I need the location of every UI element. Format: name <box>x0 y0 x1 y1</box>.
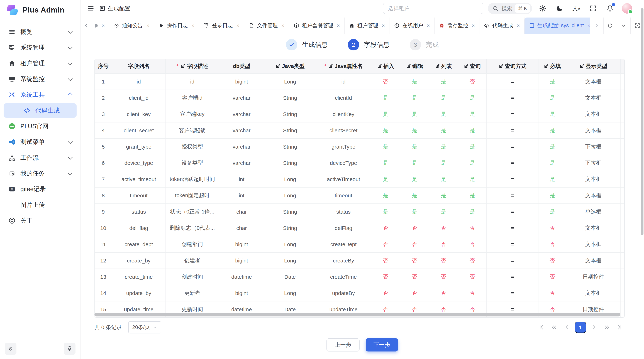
close-icon[interactable]: × <box>427 22 430 29</box>
cell-java_field[interactable]: status <box>316 204 371 220</box>
cell-insert[interactable]: 否 <box>371 285 400 301</box>
cell-display_type[interactable]: 文本框 <box>566 106 620 122</box>
close-icon[interactable]: × <box>517 22 520 29</box>
cell-query[interactable]: 是 <box>458 122 487 138</box>
cell-insert[interactable]: 否 <box>371 220 400 236</box>
close-icon[interactable]: × <box>282 22 284 29</box>
cell-list[interactable]: 否 <box>429 253 458 269</box>
cell-display_type[interactable]: 文本框 <box>566 74 620 90</box>
cell-edit[interactable]: 是 <box>400 122 429 138</box>
cell-query_mode[interactable]: = <box>487 204 538 220</box>
sidebar-toggle-button[interactable] <box>87 5 94 12</box>
cell-display_type[interactable]: 文本框 <box>566 90 620 106</box>
tab-online-users[interactable]: 在线用户× <box>390 17 434 34</box>
cell-required[interactable]: 是 <box>538 171 566 187</box>
cell-required[interactable]: 否 <box>538 285 566 301</box>
cell-java_field[interactable]: deviceType <box>316 155 371 171</box>
logo[interactable]: Plus Admin <box>0 0 80 20</box>
cell-insert[interactable]: 是 <box>371 171 400 187</box>
cell-edit[interactable]: 是 <box>400 106 429 122</box>
cell-list[interactable]: 是 <box>429 74 458 90</box>
cell-query[interactable]: 是 <box>458 171 487 187</box>
sidebar-item-system-mon[interactable]: 系统监控 <box>4 72 76 86</box>
tab-gen-config[interactable]: 生成配置: sys_client× <box>524 17 590 34</box>
sidebar-item-image-upload[interactable]: 图片上传 <box>4 198 76 212</box>
cell-list[interactable]: 是 <box>429 188 458 203</box>
cell-display_type[interactable]: 文本框 <box>566 220 620 236</box>
cell-display_type[interactable]: 下拉框 <box>566 155 620 171</box>
cell-description[interactable]: id <box>166 74 219 90</box>
cell-edit[interactable]: 否 <box>400 220 429 236</box>
dark-mode-button[interactable] <box>554 2 566 14</box>
cell-list[interactable]: 否 <box>429 285 458 301</box>
tab-notice[interactable]: 通知公告× <box>109 17 154 34</box>
notifications-button[interactable] <box>604 2 616 14</box>
horizontal-scrollbar-thumb[interactable] <box>94 313 620 317</box>
cell-required[interactable]: 是 <box>538 188 566 203</box>
cell-java_type[interactable]: String <box>264 90 316 106</box>
cell-display_type[interactable]: 文本框 <box>566 253 620 269</box>
cell-java_field[interactable]: clientId <box>316 90 371 106</box>
cell-query[interactable]: 否 <box>458 285 487 301</box>
cell-insert[interactable]: 是 <box>371 90 400 106</box>
cell-java_type[interactable]: Date <box>264 269 316 285</box>
cell-list[interactable]: 是 <box>429 106 458 122</box>
tab-login-log[interactable]: 登录日志× <box>199 17 244 34</box>
cell-java_type[interactable]: Long <box>264 285 316 301</box>
tab-clipped[interactable]: × <box>92 17 109 34</box>
cell-java_field[interactable]: updateBy <box>316 285 371 301</box>
col-header-required[interactable]: 必填 <box>538 59 566 73</box>
sidebar-item-workflow[interactable]: 工作流 <box>4 151 76 165</box>
tab-cache-monitor[interactable]: redis缓存监控× <box>434 17 480 34</box>
cell-java_field[interactable]: clientKey <box>316 106 371 122</box>
prev-5-pages-button[interactable] <box>549 322 559 332</box>
cell-java_field[interactable]: id <box>316 74 371 90</box>
cell-edit[interactable]: 是 <box>400 188 429 203</box>
sidebar-item-test-menu[interactable]: 测试菜单 <box>4 135 76 149</box>
cell-description[interactable]: 客户端秘钥 <box>166 122 219 138</box>
cell-description[interactable]: 客户端key <box>166 106 219 122</box>
cell-edit[interactable]: 否 <box>400 285 429 301</box>
cell-description[interactable]: 更新者 <box>166 285 219 301</box>
sidebar-item-about[interactable]: 关于 <box>4 213 76 228</box>
cell-edit[interactable]: 是 <box>400 171 429 187</box>
cell-java_type[interactable]: Long <box>264 74 316 90</box>
cell-display_type[interactable]: 文本框 <box>566 285 620 301</box>
cell-edit[interactable]: 否 <box>400 253 429 269</box>
cell-edit[interactable]: 是 <box>400 90 429 106</box>
tabs-scroll-right-button[interactable] <box>590 17 603 34</box>
cell-query[interactable]: 是 <box>458 106 487 122</box>
cell-java_type[interactable]: Long <box>264 236 316 252</box>
sidebar-item-my-tasks[interactable]: 我的任务 <box>4 166 76 181</box>
cell-query_mode[interactable]: = <box>487 253 538 269</box>
cell-query_mode[interactable]: = <box>487 171 538 187</box>
cell-list[interactable]: 是 <box>429 139 458 155</box>
cell-query[interactable]: 否 <box>458 74 487 90</box>
close-icon[interactable]: × <box>587 22 590 29</box>
cell-java_field[interactable]: createDept <box>316 236 371 252</box>
global-search-button[interactable]: 搜索 ⌘ K <box>488 3 532 14</box>
cell-query_mode[interactable]: = <box>487 106 538 122</box>
cell-java_type[interactable]: String <box>264 106 316 122</box>
cell-insert[interactable]: 是 <box>371 106 400 122</box>
page-vertical-scrollbar-thumb[interactable] <box>641 8 644 235</box>
cell-java_type[interactable]: Long <box>264 171 316 187</box>
close-icon[interactable]: × <box>382 22 385 29</box>
cell-edit[interactable]: 是 <box>400 74 429 90</box>
cell-java_type[interactable]: Long <box>264 253 316 269</box>
cell-java_field[interactable]: createTime <box>316 269 371 285</box>
cell-required[interactable]: 否 <box>538 269 566 285</box>
close-icon[interactable]: × <box>192 22 195 29</box>
cell-description[interactable]: token活跃超时时间 <box>166 171 219 187</box>
cell-query_mode[interactable]: = <box>487 236 538 252</box>
sidebar-collapse-button[interactable] <box>5 343 16 355</box>
cell-query_mode[interactable]: = <box>487 188 538 203</box>
cell-description[interactable]: 授权类型 <box>166 139 219 155</box>
cell-java_type[interactable]: Long <box>264 188 316 203</box>
cell-description[interactable]: 客户端id <box>166 90 219 106</box>
close-icon[interactable]: × <box>337 22 340 29</box>
cell-list[interactable]: 否 <box>429 236 458 252</box>
tab-tenant-package[interactable]: 租户套餐管理× <box>289 17 344 34</box>
cell-edit[interactable]: 否 <box>400 269 429 285</box>
col-header-edit[interactable]: 编辑 <box>400 59 429 73</box>
